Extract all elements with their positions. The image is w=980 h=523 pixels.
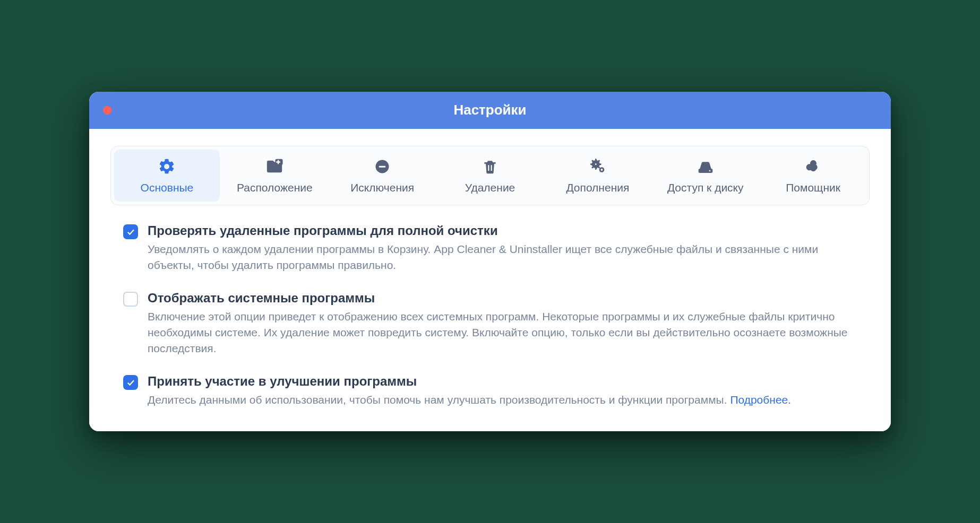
tab-bar: Основные Расположение Исключения	[110, 146, 870, 205]
tab-removal[interactable]: Удаление	[437, 150, 543, 202]
helper-icon	[804, 157, 823, 176]
svg-point-5	[709, 170, 710, 171]
tab-label: Основные	[141, 181, 194, 194]
tab-exclusions[interactable]: Исключения	[330, 150, 435, 202]
titlebar: Настройки	[89, 92, 891, 129]
close-window-button[interactable]	[103, 106, 111, 115]
window-title: Настройки	[89, 102, 891, 118]
window-body: Основные Расположение Исключения	[89, 129, 891, 432]
checkbox-improve-program[interactable]	[123, 375, 138, 390]
gear-icon	[157, 157, 176, 176]
option-description: Включение этой опции приведет к отображе…	[148, 309, 857, 357]
option-title: Проверять удаленные программы для полной…	[148, 223, 857, 238]
svg-point-4	[600, 169, 603, 171]
option-description: Уведомлять о каждом удалении программы в…	[148, 241, 857, 274]
settings-window: Настройки Основные Расположение	[89, 92, 891, 432]
tab-location[interactable]: Расположение	[222, 150, 328, 202]
tab-label: Доступ к диску	[667, 181, 744, 194]
option-description-text: Делитесь данными об использовании, чтобы…	[148, 394, 730, 406]
learn-more-link[interactable]: Подробнее.	[730, 394, 791, 406]
gears-icon	[588, 157, 607, 176]
tab-disk-access[interactable]: Доступ к диску	[652, 150, 758, 202]
minus-circle-icon	[373, 157, 392, 176]
folder-plus-icon	[265, 157, 284, 176]
option-improve-program: Принять участие в улучшении программы Де…	[123, 374, 857, 408]
tab-helper[interactable]: Помощник	[760, 150, 866, 202]
tab-label: Дополнения	[566, 181, 629, 194]
option-description: Делитесь данными об использовании, чтобы…	[148, 392, 857, 408]
tab-label: Исключения	[350, 181, 414, 194]
checkbox-show-system[interactable]	[123, 292, 138, 307]
tab-label: Помощник	[786, 181, 840, 194]
option-check-removed: Проверять удаленные программы для полной…	[123, 223, 857, 274]
tab-label: Удаление	[465, 181, 515, 194]
tab-extensions[interactable]: Дополнения	[545, 150, 650, 202]
option-title: Отображать системные программы	[148, 291, 857, 306]
tab-label: Расположение	[237, 181, 313, 194]
trash-icon	[480, 157, 500, 176]
option-show-system: Отображать системные программы Включение…	[123, 291, 857, 357]
svg-rect-2	[379, 165, 386, 167]
tab-general[interactable]: Основные	[114, 150, 220, 202]
checkbox-check-removed[interactable]	[123, 224, 138, 239]
options-list: Проверять удаленные программы для полной…	[110, 223, 870, 408]
disk-icon	[696, 157, 715, 176]
option-title: Принять участие в улучшении программы	[148, 374, 857, 389]
